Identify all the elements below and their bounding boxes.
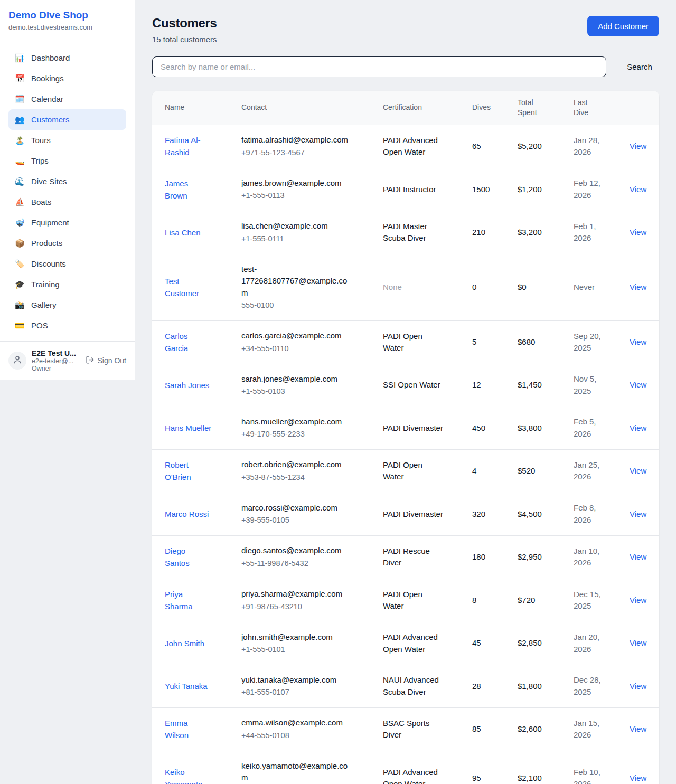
customer-name-link[interactable]: Sarah Jones	[165, 379, 209, 391]
customer-email: lisa.chen@example.com	[241, 220, 353, 232]
sidebar-item-training[interactable]: 🎓 Training	[8, 274, 126, 295]
view-customer-link[interactable]: View	[630, 638, 646, 647]
customer-last-dive: Jan 28, 2026	[574, 135, 612, 158]
customer-total-spent: $3,200	[511, 211, 567, 254]
customer-name-link[interactable]: Hans Mueller	[165, 422, 211, 434]
view-customer-link[interactable]: View	[630, 509, 646, 518]
customer-name-link[interactable]: John Smith	[165, 637, 204, 649]
customer-dives: 450	[466, 407, 511, 449]
sidebar-item-discounts[interactable]: 🏷️ Discounts	[8, 253, 126, 274]
search-input[interactable]	[152, 56, 606, 77]
view-customer-link[interactable]: View	[630, 596, 646, 604]
customer-name-link[interactable]: Keiko Yamamoto	[165, 766, 212, 784]
customer-total-spent: $680	[511, 320, 567, 364]
customer-certification: PADI Divemaster	[383, 508, 443, 521]
table-row: Emma Wilson emma.wilson@example.com +44-…	[152, 708, 659, 751]
main-content: Customers 15 total customers Add Custome…	[135, 0, 676, 784]
customer-name-link[interactable]: Lisa Chen	[165, 226, 201, 239]
sidebar-nav: 📊 Dashboard 📅 Bookings 🗓️ Calendar 👥 Cus…	[0, 40, 135, 341]
customer-email: marco.rossi@example.com	[241, 502, 353, 514]
customer-last-dive: Dec 15, 2025	[574, 589, 612, 612]
table-row: Sarah Jones sarah.jones@example.com +1-5…	[152, 364, 659, 407]
view-customer-link[interactable]: View	[630, 282, 646, 291]
view-customer-link[interactable]: View	[630, 337, 646, 346]
customer-last-dive: Sep 20, 2025	[574, 330, 612, 354]
customer-name-link[interactable]: Marco Rossi	[165, 508, 209, 520]
customer-last-dive: Nov 5, 2025	[574, 373, 612, 397]
sidebar-item-trips[interactable]: 🚤 Trips	[8, 150, 126, 171]
customer-name-link[interactable]: Yuki Tanaka	[165, 680, 208, 692]
customer-phone: +49-170-555-2233	[241, 429, 370, 440]
column-header-dives: Dives	[466, 91, 511, 125]
customer-dives: 85	[466, 708, 511, 751]
sidebar-item-dashboard[interactable]: 📊 Dashboard	[8, 48, 126, 68]
customer-phone: +34-555-0110	[241, 343, 370, 355]
customer-email: fatima.alrashid@example.com	[241, 134, 353, 146]
search-button[interactable]: Search	[606, 62, 659, 71]
pos-icon: 💳	[15, 322, 24, 329]
sidebar-item-boats[interactable]: ⛵ Boats	[8, 192, 126, 212]
customer-certification: PADI Advanced Open Water	[383, 631, 445, 655]
customer-total-spent: $3,800	[511, 407, 567, 449]
customer-certification: PADI Advanced Open Water	[383, 135, 445, 158]
table-row: James Brown james.brown@example.com +1-5…	[152, 168, 659, 211]
sidebar-item-calendar[interactable]: 🗓️ Calendar	[8, 89, 126, 109]
customer-name-link[interactable]: James Brown	[165, 177, 212, 202]
customer-email: james.brown@example.com	[241, 177, 353, 190]
customer-last-dive: Feb 10, 2026	[574, 767, 612, 784]
sidebar-item-equipment[interactable]: 🤿 Equipment	[8, 212, 126, 233]
customer-email: keiko.yamamoto@example.com	[241, 760, 353, 784]
view-customer-link[interactable]: View	[630, 466, 646, 475]
view-customer-link[interactable]: View	[630, 423, 646, 432]
customer-name-link[interactable]: Emma Wilson	[165, 717, 212, 742]
customer-name-link[interactable]: Carlos Garcia	[165, 330, 212, 355]
view-customer-link[interactable]: View	[630, 228, 646, 237]
table-row: Priya Sharma priya.sharma@example.com +9…	[152, 579, 659, 622]
customer-email: yuki.tanaka@example.com	[241, 674, 353, 686]
customer-total-spent: $520	[511, 450, 567, 493]
sidebar-item-customers[interactable]: 👥 Customers	[8, 109, 126, 130]
sidebar-item-tours[interactable]: 🏝️ Tours	[8, 130, 126, 150]
sidebar-item-gallery[interactable]: 📸 Gallery	[8, 295, 126, 315]
customer-name-link[interactable]: Diego Santos	[165, 545, 212, 570]
view-customer-link[interactable]: View	[630, 682, 646, 691]
sidebar-item-dive-sites[interactable]: 🌊 Dive Sites	[8, 171, 126, 192]
sidebar: Demo Dive Shop demo.test.divestreams.com…	[0, 0, 135, 380]
view-customer-link[interactable]: View	[630, 724, 646, 733]
customer-last-dive: Jan 20, 2026	[574, 631, 612, 655]
customer-name-link[interactable]: Test Customer	[165, 275, 212, 300]
customer-total-spent: $1,800	[511, 665, 567, 707]
view-customer-link[interactable]: View	[630, 141, 646, 150]
customer-name-link[interactable]: Robert O'Brien	[165, 459, 212, 484]
table-row: Hans Mueller hans.mueller@example.com +4…	[152, 407, 659, 449]
page-subtitle: 15 total customers	[152, 35, 217, 44]
view-customer-link[interactable]: View	[630, 773, 646, 782]
customer-email: carlos.garcia@example.com	[241, 330, 353, 342]
customer-name-link[interactable]: Priya Sharma	[165, 588, 212, 613]
gallery-icon: 📸	[15, 301, 24, 309]
customer-dives: 95	[466, 751, 511, 784]
customer-total-spent: $2,600	[511, 708, 567, 751]
table-header: NameContactCertificationDivesTotal Spent…	[152, 91, 659, 125]
sidebar-item-pos[interactable]: 💳 POS	[8, 315, 126, 336]
customer-dives: 180	[466, 536, 511, 579]
avatar	[8, 352, 26, 370]
view-customer-link[interactable]: View	[630, 552, 646, 561]
customer-name-link[interactable]: Fatima Al-Rashid	[165, 134, 212, 159]
view-customer-link[interactable]: View	[630, 185, 646, 194]
customer-certification: SSI Open Water	[383, 379, 440, 391]
sidebar-item-bookings[interactable]: 📅 Bookings	[8, 68, 126, 89]
view-customer-link[interactable]: View	[630, 380, 646, 389]
add-customer-button[interactable]: Add Customer	[587, 16, 659, 36]
customer-last-dive: Feb 8, 2026	[574, 502, 612, 526]
boats-icon: ⛵	[15, 198, 24, 206]
customer-last-dive: Never	[574, 281, 595, 294]
sign-out-label: Sign Out	[98, 356, 126, 365]
dashboard-icon: 📊	[15, 54, 24, 62]
sidebar-item-products[interactable]: 📦 Products	[8, 233, 126, 253]
table-row: Diego Santos diego.santos@example.com +5…	[152, 536, 659, 579]
discounts-icon: 🏷️	[15, 260, 24, 268]
equipment-icon: 🤿	[15, 219, 24, 226]
customer-email: test-1772681807767@example.com	[241, 263, 353, 299]
sign-out-button[interactable]: Sign Out	[86, 355, 126, 366]
